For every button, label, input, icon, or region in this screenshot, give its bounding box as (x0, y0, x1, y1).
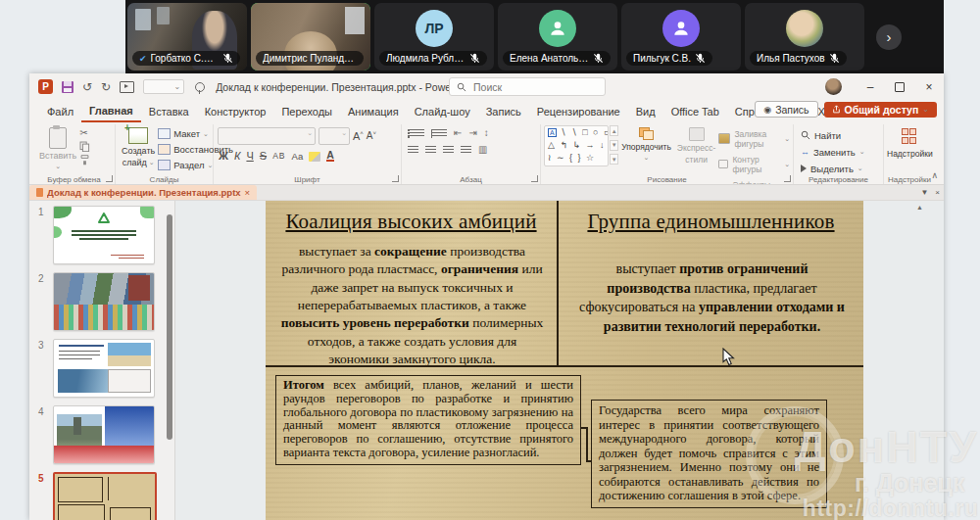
redo-icon[interactable]: ↻ (101, 81, 111, 93)
tab-office-tab[interactable]: Office Tab (663, 100, 727, 122)
tab-review[interactable]: Рецензирование (529, 100, 628, 122)
document-tab-close-icon[interactable]: × (245, 187, 251, 198)
clipboard-dialog-launcher[interactable] (106, 175, 113, 182)
slide-thumbnail-2[interactable] (53, 272, 155, 331)
start-slideshow-icon[interactable] (120, 81, 134, 93)
decrease-indent-icon[interactable]: ⇤ (454, 128, 462, 138)
replace-button[interactable]: ↔ Заменить ⌄ (801, 145, 880, 159)
undo-icon[interactable]: ↺ (82, 81, 92, 93)
search-box[interactable] (449, 77, 606, 96)
quick-access-dropdown[interactable]: ⌄ (143, 79, 184, 94)
slide-thumbnail-1[interactable] (53, 206, 155, 264)
shapes-gallery-scroll[interactable]: ▲ ▼ ▼ (609, 125, 618, 165)
shape-fill-button[interactable]: Заливка фигуры⌄ (718, 127, 790, 150)
shapes-gallery[interactable]: A ∖ ∖ □ ○ ▭ △ ↰ ↳ → ↓ ▱ ≀ ∼ { } ☆ (544, 125, 609, 166)
shapes-scroll-up-icon[interactable]: ▲ (610, 125, 618, 136)
canvas-scroll-up-icon[interactable]: ▲ (916, 204, 923, 211)
char-spacing-button[interactable]: АВ (272, 152, 285, 161)
quick-styles-button[interactable]: Экспресс- стили (674, 125, 719, 173)
close-button[interactable]: × (914, 73, 944, 100)
font-color-icon[interactable]: А (326, 151, 334, 162)
italic-button[interactable]: К (234, 151, 240, 162)
slide-thumbnail-4[interactable] (53, 405, 155, 464)
tab-animations[interactable]: Анимация (340, 100, 407, 122)
numbering-icon[interactable] (431, 129, 447, 138)
find-icon (801, 130, 810, 140)
share-button[interactable]: Общий доступ ⌄ (824, 102, 937, 118)
tab-design[interactable]: Конструктор (197, 100, 274, 122)
new-slide-button[interactable]: Создать слайд⌄ (119, 125, 158, 173)
font-size-combo[interactable] (318, 127, 350, 145)
next-participants-button[interactable]: › (876, 24, 902, 50)
bullets-icon[interactable] (408, 129, 424, 138)
document-tab[interactable]: Доклад к конференции. Презентация.pptx × (29, 185, 257, 200)
increase-indent-icon[interactable]: ⇥ (468, 128, 476, 138)
tab-slideshow[interactable]: Слайд-шоу (407, 100, 478, 122)
slide-thumbnail-3[interactable] (53, 339, 155, 398)
align-left-icon[interactable] (408, 146, 418, 155)
summary-box[interactable]: Итогом всех амбиций, планов, желаний и ш… (275, 375, 581, 465)
mic-muted-icon (593, 53, 604, 64)
tab-file[interactable]: Файл (39, 100, 81, 122)
tab-view[interactable]: Вид (628, 100, 663, 122)
shape-outline-button[interactable]: Контур фигуры⌄ (718, 153, 790, 175)
tab-record[interactable]: Запись (478, 100, 529, 122)
select-button[interactable]: Выделить ⌄ (801, 162, 880, 175)
participant-tile-active-speaker[interactable]: Димитрис Пуланджак... (251, 3, 370, 71)
font-name-combo[interactable] (218, 127, 316, 145)
chevron-down-icon: ⌄ (922, 105, 929, 114)
record-button[interactable]: ◉ Запись (755, 101, 817, 118)
tab-transitions[interactable]: Переходы (273, 100, 340, 122)
format-painter-icon[interactable] (79, 155, 90, 165)
collapse-ribbon-button[interactable]: ∧ (931, 170, 938, 180)
increase-font-icon[interactable]: А˄ (353, 130, 364, 142)
participant-tile[interactable]: Елена Анатольевна (498, 3, 617, 71)
find-button[interactable]: Найти (801, 128, 880, 142)
participant-tile[interactable]: Илья Пастухов (745, 3, 864, 71)
tab-insert[interactable]: Вставка (141, 100, 197, 122)
arrange-button[interactable]: Упорядочить ⌄ (618, 125, 674, 173)
decrease-font-icon[interactable]: А˅ (367, 130, 376, 141)
drawing-dialog-launcher[interactable] (784, 175, 791, 182)
tab-list-menu-icon[interactable]: ▼ (920, 188, 928, 197)
line-spacing-icon[interactable]: ↕ (484, 128, 489, 138)
cut-icon[interactable]: ✂ (79, 128, 90, 138)
outlook-box[interactable]: Государства всего мира сохраняют интерес… (591, 400, 827, 508)
tab-bar-close-icon[interactable]: × (935, 188, 940, 197)
search-input[interactable] (471, 80, 583, 94)
right-column[interactable]: Группа единомышленников выступает против… (559, 201, 863, 365)
shapes-scroll-down-icon[interactable]: ▼ (610, 140, 618, 151)
change-case-button[interactable]: Аа (291, 152, 303, 162)
account-avatar[interactable] (825, 78, 842, 95)
left-column[interactable]: Коалиция высоких амбиций выступает за со… (266, 201, 559, 365)
participant-tile[interactable]: ✔ Горбатко С.В. Дон... (127, 3, 247, 71)
bold-button[interactable]: Ж (219, 151, 228, 162)
copy-icon[interactable] (79, 141, 90, 152)
paragraph-dialog-launcher[interactable] (531, 175, 538, 182)
align-right-icon[interactable] (443, 146, 454, 155)
strikethrough-button[interactable]: S (260, 151, 267, 162)
thumbnail-scrollbar[interactable] (167, 214, 172, 440)
slide-thumbnail-5-selected[interactable] (53, 472, 157, 520)
paste-button[interactable]: Вставить ⌄ (36, 125, 79, 173)
highlight-color-icon[interactable] (309, 152, 320, 162)
tab-home[interactable]: Главная (81, 100, 141, 122)
participant-tile[interactable]: Пильгук С.В. (621, 3, 741, 71)
font-dialog-launcher[interactable] (392, 175, 399, 182)
search-icon (457, 82, 466, 92)
current-slide[interactable]: Коалиция высоких амбиций выступает за со… (266, 201, 863, 520)
participant-tile[interactable]: ЛР Людмила Рублева (374, 3, 494, 71)
quick-access-toolbar: P ↺ ↻ ⌄ (29, 79, 205, 94)
addins-button[interactable]: Надстройки (887, 128, 932, 159)
maximize-button[interactable] (885, 73, 914, 100)
columns-icon[interactable]: ▥ (478, 145, 487, 155)
save-icon[interactable] (62, 81, 74, 93)
align-center-icon[interactable] (425, 146, 436, 155)
minimize-button[interactable]: – (856, 73, 885, 100)
underline-button[interactable]: Ч (246, 151, 253, 162)
pin-icon[interactable] (195, 82, 205, 92)
shapes-more-icon[interactable]: ▼ (610, 154, 618, 165)
slide-canvas[interactable]: ▲ Коалиция высоких амбиций выступает за … (175, 201, 944, 520)
justify-icon[interactable] (461, 146, 471, 155)
chevron-down-icon: ⌄ (784, 161, 790, 168)
